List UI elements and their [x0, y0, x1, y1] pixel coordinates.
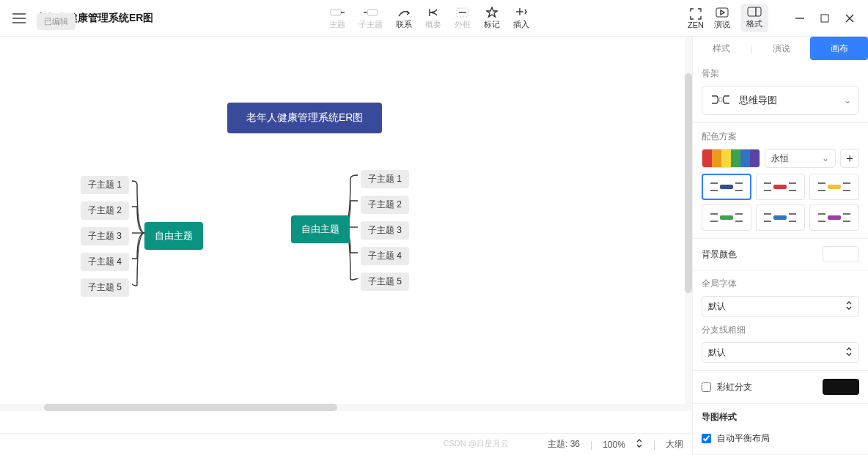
boundary-icon	[455, 6, 471, 19]
float1-sub-2[interactable]: 子主题 2	[81, 201, 129, 220]
mapstyle-label: 导图样式	[702, 411, 859, 423]
svg-rect-13	[748, 7, 761, 16]
scheme-thumb[interactable]	[756, 174, 806, 200]
tool-boundary[interactable]: 外框	[455, 6, 471, 30]
svg-rect-46	[773, 215, 787, 220]
tool-summary[interactable]: 概要	[425, 6, 441, 30]
colors-label: 配色方案	[702, 130, 859, 143]
svg-rect-51	[828, 215, 841, 220]
tab-style[interactable]: 样式	[693, 37, 751, 60]
tool-insert[interactable]: 插入	[513, 6, 529, 30]
main-toolbar: 主题 子主题 联系 概要 外框 标记 插入	[329, 6, 529, 30]
maximize-button[interactable]	[818, 13, 831, 23]
float2-sub-3[interactable]: 子主题 3	[361, 221, 409, 240]
vertical-scrollbar[interactable]	[685, 37, 692, 404]
svg-rect-21	[719, 97, 722, 102]
tool-topic[interactable]: 主题	[329, 6, 345, 30]
svg-rect-3	[331, 10, 341, 15]
font-label: 全局字体	[702, 278, 859, 290]
topic-count: 主题: 36	[548, 438, 580, 451]
branch-select[interactable]: 默认	[702, 342, 859, 363]
float-topic-1[interactable]: 自由主题	[144, 222, 203, 250]
svg-rect-6	[367, 10, 378, 15]
canvas-area[interactable]: 老年人健康管理系统ER图 子主题 1 子主题 2 子主题 3 子主题 4 子主题…	[0, 37, 692, 455]
rainbow-check[interactable]: 彩虹分支	[702, 378, 752, 396]
svg-rect-36	[828, 185, 841, 189]
menu-button[interactable]	[6, 5, 32, 32]
file-title: 老年人健康管理系统ER图 已编辑	[37, 12, 153, 25]
scheme-select[interactable]: 永恒⌄	[765, 149, 836, 168]
tool-marker[interactable]: 标记	[484, 6, 500, 30]
subtopic-icon	[363, 6, 379, 19]
close-button[interactable]	[843, 13, 856, 23]
float-topic-2[interactable]: 自由主题	[291, 215, 350, 243]
relation-icon	[396, 6, 412, 19]
tool-zen[interactable]: ZEN	[688, 7, 704, 29]
float1-sub-4[interactable]: 子主题 4	[81, 253, 129, 271]
svg-rect-41	[720, 215, 733, 220]
svg-rect-16	[821, 15, 828, 22]
tool-subtopic[interactable]: 子主题	[358, 6, 383, 30]
skeleton-select[interactable]: 思维导图 ⌄	[702, 86, 859, 115]
svg-rect-12	[716, 8, 728, 17]
palette-swatch	[702, 149, 760, 168]
file-subtitle: 已编辑	[37, 13, 76, 30]
bg-label: 背景颜色	[702, 248, 737, 261]
tab-canvas[interactable]: 画布	[810, 37, 868, 60]
canvas[interactable]: 老年人健康管理系统ER图 子主题 1 子主题 2 子主题 3 子主题 4 子主题…	[0, 37, 692, 433]
summary-icon	[425, 6, 441, 19]
present-icon	[714, 6, 730, 19]
font-select[interactable]: 默认	[702, 296, 859, 317]
format-icon	[747, 7, 762, 18]
chevron-down-icon: ⌄	[844, 95, 851, 106]
float2-sub-5[interactable]: 子主题 5	[361, 273, 409, 291]
scheme-thumb[interactable]	[702, 204, 751, 231]
right-toolbar: ZEN 演说 格式	[688, 4, 862, 32]
central-topic[interactable]: 老年人健康管理系统ER图	[227, 103, 382, 133]
float1-sub-3[interactable]: 子主题 3	[81, 227, 129, 245]
tool-present[interactable]: 演说	[714, 6, 730, 30]
zoom-stepper-icon[interactable]	[636, 438, 643, 451]
scheme-thumb[interactable]	[756, 204, 806, 231]
add-scheme-button[interactable]: ＋	[840, 149, 859, 168]
float2-sub-4[interactable]: 子主题 4	[361, 247, 409, 265]
outline-button[interactable]: 大纲	[666, 438, 683, 451]
rainbow-color-swatch[interactable]	[823, 379, 859, 395]
float2-sub-1[interactable]: 子主题 1	[361, 170, 409, 188]
status-bar: 主题: 36 | 100% | 大纲	[0, 433, 692, 455]
skeleton-label: 骨架	[702, 67, 859, 80]
scheme-thumb[interactable]	[702, 174, 751, 200]
float1-sub-5[interactable]: 子主题 5	[81, 278, 129, 297]
zoom-level[interactable]: 100%	[603, 440, 625, 450]
horizontal-scrollbar[interactable]	[0, 404, 692, 411]
auto-balance-check[interactable]: 自动平衡布局	[702, 429, 859, 447]
stepper-icon	[845, 300, 853, 313]
insert-icon	[513, 6, 529, 19]
minimize-button[interactable]	[793, 13, 806, 23]
zen-icon	[688, 7, 704, 21]
svg-rect-31	[773, 185, 787, 189]
scheme-thumb[interactable]	[809, 204, 859, 231]
float1-sub-1[interactable]: 子主题 1	[81, 176, 129, 194]
format-panel: 样式 | 演说 画布 骨架 思维导图 ⌄ 配色方案 永恒⌄ ＋ 背景颜色	[692, 37, 868, 455]
bg-color-swatch[interactable]	[823, 246, 859, 262]
svg-rect-26	[720, 185, 733, 189]
skeleton-icon	[710, 92, 732, 109]
float2-sub-2[interactable]: 子主题 2	[361, 196, 409, 214]
tool-relation[interactable]: 联系	[396, 6, 412, 30]
stepper-icon	[845, 347, 853, 359]
topic-icon	[329, 6, 345, 19]
branch-label: 分支线粗细	[702, 324, 859, 336]
tab-present[interactable]: 演说	[753, 37, 811, 60]
scheme-thumb[interactable]	[809, 174, 859, 200]
tool-format[interactable]: 格式	[740, 4, 768, 32]
marker-icon	[484, 6, 500, 19]
chevron-down-icon: ⌄	[822, 153, 829, 163]
